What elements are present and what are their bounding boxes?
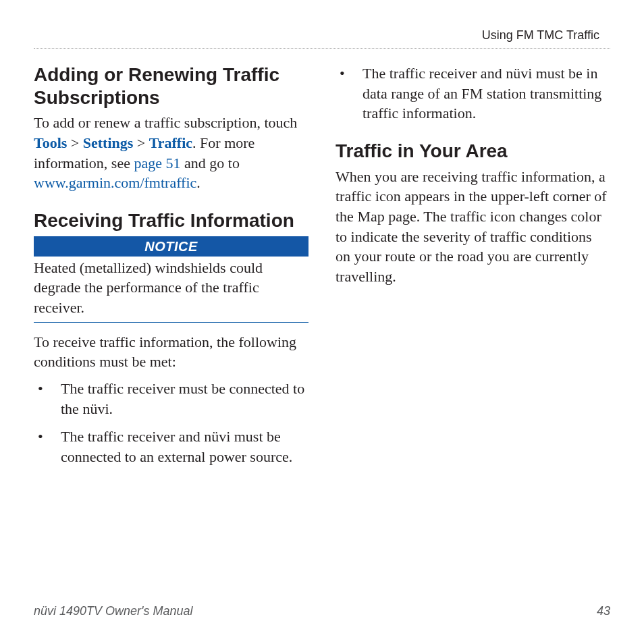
list-item: The traffic receiver and nüvi must be in… bbox=[336, 63, 610, 124]
menu-path-traffic: Traffic bbox=[149, 134, 192, 151]
left-column: Adding or Renewing Traffic Subscriptions… bbox=[34, 63, 308, 475]
heading-traffic-in-area: Traffic in Your Area bbox=[336, 140, 610, 163]
text: To add or renew a traffic subscription, … bbox=[34, 114, 297, 131]
notice-label: NOTICE bbox=[34, 236, 308, 257]
running-header: Using FM TMC Traffic bbox=[34, 28, 610, 48]
conditions-list: The traffic receiver must be connected t… bbox=[34, 379, 308, 467]
page-footer: nüvi 1490TV Owner's Manual 43 bbox=[34, 604, 610, 618]
menu-path-tools: Tools bbox=[34, 134, 67, 151]
conditions-list-continued: The traffic receiver and nüvi must be in… bbox=[336, 63, 610, 124]
text: . bbox=[196, 174, 200, 191]
right-column: The traffic receiver and nüvi must be in… bbox=[336, 63, 610, 475]
footer-page-number: 43 bbox=[597, 604, 610, 618]
conditions-intro: To receive traffic information, the foll… bbox=[34, 332, 308, 372]
list-item: The traffic receiver and nüvi must be co… bbox=[34, 427, 308, 466]
separator: > bbox=[67, 134, 82, 151]
heading-receiving-traffic: Receiving Traffic Information bbox=[34, 209, 308, 232]
content-columns: Adding or Renewing Traffic Subscriptions… bbox=[34, 63, 610, 475]
menu-path-settings: Settings bbox=[83, 134, 134, 151]
text: and go to bbox=[181, 155, 240, 171]
separator: > bbox=[133, 134, 149, 151]
subscription-paragraph: To add or renew a traffic subscription, … bbox=[34, 113, 308, 193]
header-rule bbox=[34, 48, 610, 49]
footer-doc-title: nüvi 1490TV Owner's Manual bbox=[34, 604, 193, 618]
notice-box: NOTICE Heated (metallized) windshields c… bbox=[34, 236, 308, 323]
list-item: The traffic receiver must be connected t… bbox=[34, 379, 308, 419]
page-link-51[interactable]: page 51 bbox=[134, 155, 180, 171]
running-title: Using FM TMC Traffic bbox=[482, 28, 599, 42]
url-link-fmtraffic[interactable]: www.garmin.com/fmtraffic bbox=[34, 174, 196, 191]
traffic-area-paragraph: When you are receiving traffic informati… bbox=[336, 167, 610, 287]
heading-adding-renewing: Adding or Renewing Traffic Subscriptions bbox=[34, 63, 308, 109]
notice-body: Heated (metallized) windshields could de… bbox=[34, 257, 308, 322]
